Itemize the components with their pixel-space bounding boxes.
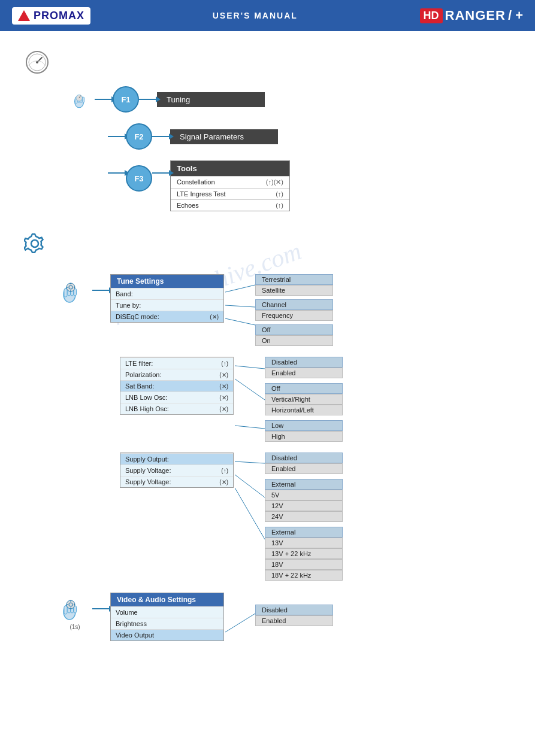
opt-pol-off: Off (265, 383, 343, 394)
svg-line-26 (235, 379, 265, 400)
settings-tune-section: Tune Settings Band: Tune by: DiSEqC mode… (24, 274, 511, 641)
lte-icon: (↑) (276, 190, 283, 198)
opt-video-enabled: Enabled (255, 615, 333, 626)
arrow-f1b (139, 99, 157, 100)
supply-v2-options: External 13V 13V + 22 kHz 18V 18V + 22 k… (265, 527, 343, 581)
flow-row-f2: F2 Signal Parameters (108, 123, 511, 150)
gear-svg (24, 233, 46, 254)
supply-block-section: Supply Output: Supply Voltage: (↑) Suppl… (120, 453, 511, 581)
supply-output-options: Disabled Enabled (265, 453, 343, 474)
tune-settings-container: Tune Settings Band: Tune by: DiSEqC mode… (110, 274, 333, 346)
hand-gear-svg (60, 275, 90, 305)
svg-point-3 (36, 61, 38, 63)
supply-right-options: Disabled Enabled External 5V 12V 24V Ext… (265, 453, 343, 581)
opt-v2-13v22k: 13V + 22 kHz (265, 548, 343, 559)
supply-v2-row: Supply Voltage: (✕) (120, 476, 233, 487)
flow-row-f3: F3 Tools Constellation (↑)(✕) LTE Ingres… (108, 160, 511, 211)
fn-circle-f1: F1 (113, 86, 139, 113)
svg-line-25 (235, 366, 265, 369)
supply-output-row: Supply Output: (120, 453, 233, 464)
video-output-row: Video Output (111, 629, 223, 640)
svg-rect-8 (82, 97, 84, 102)
hd-label: HD (420, 8, 443, 23)
opt-off: Off (255, 324, 333, 335)
band-options-group: Terrestrial Satellite (255, 274, 333, 296)
main-content: manualarchive.com (0, 31, 535, 653)
opt-high: High (265, 431, 343, 442)
arrow-f3 (108, 172, 126, 174)
svg-rect-32 (64, 606, 67, 614)
polarization-row: Polarization: (✕) (120, 369, 233, 380)
tune-settings-box: Tune Settings Band: Tune by: DiSEqC mode… (110, 274, 224, 323)
opt-satellite: Satellite (255, 285, 333, 296)
arrow-video (92, 608, 110, 609)
tune-settings-header: Tune Settings (111, 275, 223, 288)
opt-lte-disabled: Disabled (265, 357, 343, 368)
tools-row-lte: LTE Ingress Test (↑) (171, 188, 289, 199)
fn-circle-f3: F3 (126, 165, 152, 192)
header: PROMAX USER'S MANUAL HD RANGER / + (0, 0, 535, 31)
opt-v2-13v: 13V (265, 538, 343, 548)
tools-header: Tools (171, 161, 289, 176)
hand-f1 (72, 88, 95, 111)
lnb-low-row: LNB Low Osc: (✕) (120, 391, 233, 403)
svg-line-22 (225, 285, 255, 292)
tools-row-echoes: Echoes (↑) (171, 199, 289, 211)
opt-frequency: Frequency (255, 310, 333, 321)
opt-on: On (255, 335, 333, 346)
supply-v1-options: External 5V 12V 24V (265, 479, 343, 522)
hand-gear-1s: (1s) (60, 593, 90, 630)
svg-line-42 (225, 614, 255, 632)
speedometer-svg (24, 49, 50, 75)
hand-gear-2-svg (60, 593, 90, 623)
arrow-tune (92, 290, 110, 291)
lte-block-section: LTE filter: (↑) Polarization: (✕) Sat Ba… (120, 357, 511, 442)
hand-gear-icon (60, 275, 90, 307)
opt-video-disabled: Disabled (255, 605, 333, 615)
video-audio-box: Video & Audio Settings Volume Brightness… (110, 593, 224, 641)
video-output-options: Disabled Enabled (255, 605, 333, 626)
satband-options: Low High (265, 420, 343, 442)
svg-rect-12 (64, 289, 67, 297)
constellation-icon: (↑)(✕) (266, 178, 283, 186)
opt-v1-5v: 5V (265, 490, 343, 500)
menu-box-f2: Signal Parameters (170, 129, 278, 144)
opt-v2-18v: 18V (265, 559, 343, 570)
opt-low: Low (265, 420, 343, 431)
video-audio-container: Video & Audio Settings Volume Brightness… (110, 593, 333, 641)
svg-point-16 (67, 283, 75, 292)
svg-line-28 (235, 462, 265, 463)
opt-supply-disabled: Disabled (265, 453, 343, 463)
video-audio-header: Video & Audio Settings (111, 593, 223, 606)
opt-v1-ext: External (265, 479, 343, 490)
lnb-high-row: LNB High Osc: (✕) (120, 403, 233, 414)
hand-icon-f1 (72, 88, 95, 111)
section2-icon (24, 233, 511, 256)
svg-line-29 (235, 475, 265, 497)
opt-v1-24v: 24V (265, 511, 343, 522)
lte-box: LTE filter: (↑) Polarization: (✕) Sat Ba… (120, 357, 234, 415)
lte-filter-row: LTE filter: (↑) (120, 357, 233, 369)
volume-row: Volume (111, 606, 223, 618)
opt-pol-vr: Vertical/Right (265, 394, 343, 405)
supply-v1-row: Supply Voltage: (↑) (120, 464, 233, 476)
tune-row-diseqc: DiSEqC mode: (✕) (111, 311, 223, 322)
label-1s: (1s) (69, 624, 80, 630)
opt-supply-enabled: Enabled (265, 463, 343, 474)
tuneby-options-group: Channel Frequency (255, 299, 333, 321)
tune-row-band: Band: (111, 288, 223, 299)
logo-text: PROMAX (34, 10, 84, 22)
opt-channel: Channel (255, 299, 333, 310)
lte-filter-options: Disabled Enabled (265, 357, 343, 378)
tools-box: Tools Constellation (↑)(✕) LTE Ingress T… (170, 160, 290, 211)
pol-options: Off Vertical/Right Horizontal/Left (265, 383, 343, 415)
tune-right-options: Terrestrial Satellite Channel Frequency … (255, 274, 333, 346)
plus-label: / + (508, 8, 523, 23)
svg-line-30 (235, 488, 265, 539)
arrow-f3b (152, 172, 170, 174)
opt-v2-18v22k: 18V + 22 kHz (265, 570, 343, 581)
svg-line-27 (235, 426, 265, 429)
lte-right-options: Disabled Enabled Off Vertical/Right Hori… (265, 357, 343, 442)
arrow-f2 (108, 136, 126, 137)
flow-row-f1: F1 Tuning (72, 86, 511, 113)
